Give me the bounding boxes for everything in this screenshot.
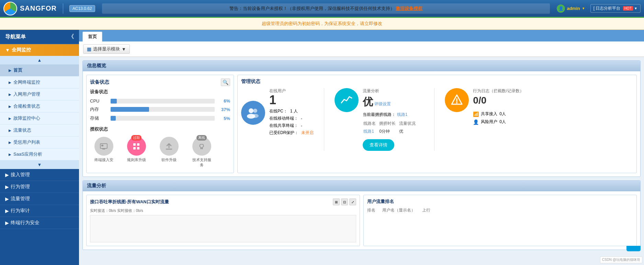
auth-label-terminal: 终端接入安 xyxy=(94,157,113,162)
sidebar-group-behavior[interactable]: ▶ 行为管理 xyxy=(0,181,79,193)
resource-row-memory: 内存 37% xyxy=(90,105,230,114)
sidebar-arrow-icon: ▼ xyxy=(5,47,10,53)
sidebar-item-6-label: 受惩用户列表 xyxy=(13,139,40,145)
sidebar-item-2-label: 入网用户管理 xyxy=(13,91,40,97)
resource-row-storage: 存储 5% xyxy=(90,114,230,123)
sidebar-item-4-label: 故障监控中心 xyxy=(13,115,40,121)
memory-pct: 37% xyxy=(218,107,230,112)
select-module-button[interactable]: ▦ 选择显示模块 ▼ xyxy=(83,44,130,54)
sidebar-section-title[interactable]: ▼ 全网监控 xyxy=(0,44,79,56)
flow-icon-1[interactable]: ⊞ xyxy=(333,198,340,205)
device-settings-icon[interactable]: 🔍 xyxy=(221,79,230,86)
svg-rect-4 xyxy=(133,143,136,146)
flow-status-col: 流量状况 xyxy=(399,120,418,127)
line1-status: 优 xyxy=(399,128,418,135)
online-pc-row: 在线PC： 1 人 xyxy=(269,108,314,114)
rating-link[interactable]: 评级设置 xyxy=(374,101,391,107)
sidebar-item-fault-monitor[interactable]: ▶ 故障监控中心 xyxy=(0,112,79,124)
sidebar-scroll-down[interactable]: ▼ xyxy=(0,160,79,169)
sidebar-collapse-button[interactable]: 《 xyxy=(68,33,74,40)
sidebar-group-behavior-arrow: ▶ xyxy=(5,184,9,190)
svg-rect-6 xyxy=(133,147,136,149)
col-rank: 排名 xyxy=(367,207,375,213)
flow-stats: 实时接送：0b/s 实时接收：0b/s xyxy=(90,208,356,213)
risk-user-icon: 👤 xyxy=(473,119,479,125)
auth-circle-support: 离线 xyxy=(192,137,211,156)
sidebar-arrow-home: ▶ xyxy=(9,69,11,72)
auth-item-support: 离线 技术支持服 务 xyxy=(188,137,215,168)
edr-value[interactable]: 未开启 xyxy=(301,130,314,136)
congested-label: 当前最拥挤线路： xyxy=(363,112,396,117)
tab-home[interactable]: 首页 xyxy=(82,32,102,41)
wifi-icon: 📶 xyxy=(473,111,479,117)
sidebar-item-compliance[interactable]: ▶ 合规检查状态 xyxy=(0,100,79,112)
flow-icon-3[interactable]: ⤢ xyxy=(349,198,356,205)
smart-button[interactable]: 智能 xyxy=(626,246,641,251)
info-overview-section: 信息概览 设备状态 🔍 设备状态 CPU xyxy=(82,60,641,177)
flow-icon-2[interactable]: ⊡ xyxy=(341,198,348,205)
auth-item-rules: 过期 规则库升级 xyxy=(123,137,150,162)
header-divider xyxy=(63,3,63,14)
sidebar-group-endpoint-arrow: ▶ xyxy=(5,220,9,226)
svg-rect-7 xyxy=(137,147,139,149)
sidebar-item-punished-users[interactable]: ▶ 受惩用户列表 xyxy=(0,136,79,148)
flow-analysis-circle xyxy=(335,88,359,112)
auth-item-software: 软件升级 xyxy=(155,137,183,162)
sidebar-group-behavior-label: 行为管理 xyxy=(11,184,30,190)
auth-label-software: 软件升级 xyxy=(161,157,177,162)
congested-line[interactable]: 线路1 xyxy=(397,112,408,117)
sidebar-item-terminal-monitor[interactable]: ▶ 全网终端监控 xyxy=(0,76,79,88)
sidebar-item-saas[interactable]: ▶ SaaS应用分析 xyxy=(0,148,79,160)
behavior-block: 行为日志（拦截数/记录数） 0/0 📶 共享接入 0人 xyxy=(445,88,523,125)
sidebar-arrow-6: ▶ xyxy=(9,141,11,144)
sidebar-group-endpoint-security[interactable]: ▶ 终端行为安全 xyxy=(0,217,79,229)
line-name-col: 线路名 xyxy=(363,120,379,127)
sidebar-item-1-label: 全网终端监控 xyxy=(13,79,40,85)
brand-name: SANGFOR xyxy=(20,4,57,12)
logo-icon xyxy=(3,2,17,15)
shared-access-row: 📶 共享接入 0人 xyxy=(473,111,523,117)
activate-link[interactable]: 激活设备授权 xyxy=(396,6,422,11)
auth-circle-terminal xyxy=(94,137,113,156)
separator-1 xyxy=(324,88,324,151)
sidebar-item-3-label: 合规检查状态 xyxy=(13,103,40,109)
congested-line-row: 当前最拥挤线路： 线路1 xyxy=(363,112,419,118)
admin-avatar: 👤 xyxy=(557,4,565,13)
behavior-circle xyxy=(445,88,469,112)
admin-button[interactable]: 👤 admin ▼ xyxy=(557,4,585,13)
behavior-log-label: 行为日志（拦截数/记录数） xyxy=(473,88,523,94)
sidebar-group-flow-mgmt[interactable]: ▶ 流量管理 xyxy=(0,193,79,205)
info-row: 设备状态 🔍 设备状态 CPU 6% xyxy=(83,71,640,177)
sidebar-item-flow-status[interactable]: ▶ 流量状态 xyxy=(0,124,79,136)
sidebar-arrow-3: ▶ xyxy=(9,105,11,108)
sidebar-item-5-label: 流量状态 xyxy=(13,127,31,133)
svg-rect-5 xyxy=(137,143,139,146)
line1-row: 线路1 0分钟 优 xyxy=(363,128,418,135)
check-detail-button[interactable]: 查看详情 xyxy=(363,139,394,151)
sidebar-group-access[interactable]: ▶ 接入管理 xyxy=(0,169,79,181)
sidebar-item-user-mgmt[interactable]: ▶ 入网用户管理 xyxy=(0,88,79,100)
mgmt-status-header: 管理状态 xyxy=(241,79,633,85)
module-chevron-icon: ▼ xyxy=(122,47,126,52)
online-mobile-row: 在线移动终端： - xyxy=(269,116,314,121)
device-status-header: 设备状态 🔍 xyxy=(90,79,230,86)
online-pc-value: 1 人 xyxy=(290,108,298,114)
svg-point-10 xyxy=(249,108,253,113)
version-badge: AC13.0.62 xyxy=(69,5,95,12)
sidebar-arrow-5: ▶ xyxy=(9,129,11,132)
flow-analysis-block: 流量分析 优 评级设置 当前最拥挤线路： 线路1 xyxy=(335,88,424,151)
log-platform-button[interactable]: [ 日志分析平台 HOT ▼ xyxy=(590,4,641,13)
sidebar-scroll-up[interactable]: ▲ xyxy=(0,56,79,64)
auth-circle-software xyxy=(160,137,179,156)
online-users-value: 1 xyxy=(269,94,314,106)
storage-bar-bg xyxy=(111,116,215,121)
online-shared-label: 在线共享终端： xyxy=(269,123,298,129)
watermark: CSDN @玩电脑的猫咪哥 xyxy=(600,256,642,263)
sidebar-group-behavior-audit[interactable]: ▶ 行为审计 xyxy=(0,205,79,217)
flow-left-title: 接口吞吐率折线图-所有WAN口实时流量 xyxy=(90,199,169,205)
sidebar-group-access-label: 接入管理 xyxy=(11,172,30,178)
line1-name[interactable]: 线路1 xyxy=(363,129,374,134)
storage-pct: 5% xyxy=(218,116,230,121)
sidebar-item-home[interactable]: ▶ 首页 xyxy=(0,64,79,76)
flow-quality-row: 优 评级设置 xyxy=(363,95,419,109)
